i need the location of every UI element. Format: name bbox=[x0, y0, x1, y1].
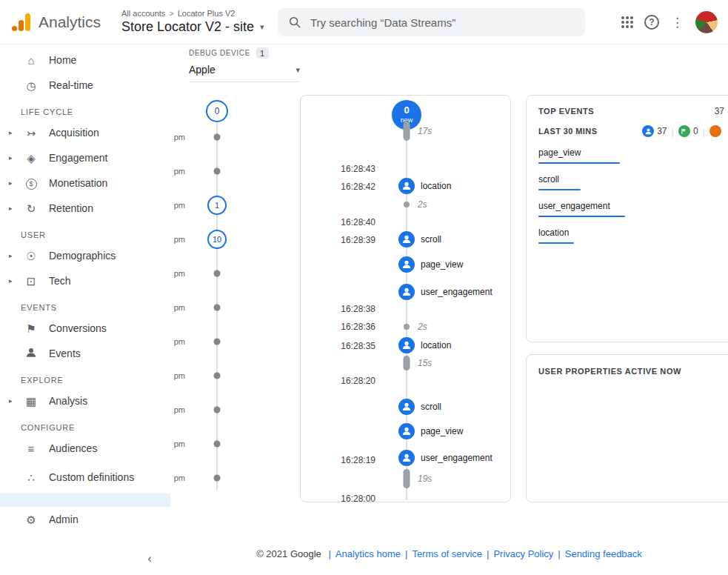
sidebar-item-analysis[interactable]: ▸▦Analysis bbox=[0, 388, 170, 413]
property-selector[interactable]: Store Locator V2 - site ▾ bbox=[121, 19, 264, 35]
counter-star-icon[interactable] bbox=[709, 125, 724, 137]
expand-icon[interactable]: ▸ bbox=[9, 277, 22, 285]
counter-separator: | bbox=[703, 126, 705, 137]
minute-dot bbox=[214, 373, 221, 379]
top-event-row-page-view[interactable]: page_view bbox=[538, 147, 724, 164]
timestamp: 16:28:42 bbox=[341, 182, 375, 192]
minute-dot bbox=[214, 270, 221, 277]
expand-icon[interactable]: ▸ bbox=[9, 154, 22, 162]
expand-icon[interactable]: ▸ bbox=[9, 179, 22, 187]
footer-link-sending-feedback[interactable]: Sending feedback bbox=[565, 548, 642, 559]
debug-event-icon[interactable] bbox=[398, 450, 415, 466]
footer-separator: | bbox=[558, 548, 560, 559]
stream-gap-marker bbox=[404, 469, 410, 488]
debug-event-icon[interactable] bbox=[398, 337, 415, 353]
product-name: Analytics bbox=[39, 13, 101, 31]
expand-icon[interactable]: ▸ bbox=[9, 397, 22, 405]
help-icon[interactable]: ? bbox=[644, 15, 659, 30]
debug-event-icon[interactable] bbox=[398, 284, 415, 300]
footer-separator: | bbox=[487, 548, 489, 559]
avatar[interactable] bbox=[695, 11, 718, 33]
sidebar-item-label: Monetisation bbox=[49, 177, 107, 189]
counter-flag-icon[interactable]: 0 bbox=[678, 125, 698, 137]
breadcrumb-current[interactable]: Locator Plus V2 bbox=[178, 9, 236, 18]
counter-user-icon[interactable]: 37 bbox=[642, 125, 667, 137]
minute-time-label: pm bbox=[170, 201, 185, 210]
badge-count: 0 bbox=[404, 105, 409, 116]
footer-link-analytics-home[interactable]: Analytics home bbox=[335, 548, 401, 559]
expand-icon[interactable]: ▸ bbox=[9, 252, 22, 259]
top-events-title: TOP EVENTS bbox=[538, 107, 594, 116]
debug-device-count-badge: 1 bbox=[256, 47, 269, 59]
sidebar-item-conversions[interactable]: ⚑Conversions bbox=[0, 316, 170, 341]
top-events-card: TOP EVENTS 37 LAST 30 MINS 37|0| page_vi… bbox=[526, 95, 728, 342]
expand-icon[interactable]: ▸ bbox=[9, 129, 22, 136]
top-event-bar bbox=[538, 242, 574, 244]
collapse-sidebar-button[interactable]: ‹ bbox=[139, 548, 160, 569]
footer-link-privacy-policy[interactable]: Privacy Policy bbox=[493, 548, 553, 559]
debug-event-icon[interactable] bbox=[398, 256, 415, 273]
debug-event-icon[interactable] bbox=[398, 423, 415, 439]
minute-time-label: pm bbox=[170, 337, 185, 346]
sidebar-item-tech[interactable]: ▸⊡Tech bbox=[0, 268, 170, 293]
sidebar-item-home[interactable]: ⌂Home bbox=[0, 47, 170, 73]
minutes-top-circle[interactable]: 0 bbox=[206, 100, 228, 122]
events-icon bbox=[22, 348, 40, 359]
analytics-logo[interactable]: Analytics bbox=[0, 13, 111, 31]
search-icon bbox=[288, 16, 301, 29]
event-name: scroll bbox=[421, 402, 441, 412]
sidebar-selected-highlight[interactable] bbox=[0, 493, 170, 507]
home-icon: ⌂ bbox=[22, 55, 40, 66]
sidebar-item-events[interactable]: Events bbox=[0, 341, 170, 366]
top-event-row-scroll[interactable]: scroll bbox=[538, 174, 724, 190]
sidebar-item-acquisition[interactable]: ▸↣Acquisition bbox=[0, 120, 170, 145]
sidebar-item-label: Retention bbox=[49, 202, 93, 214]
event-name: page_view bbox=[421, 259, 463, 270]
sidebar-item-audiences[interactable]: ≡Audiences bbox=[0, 436, 170, 461]
minute-event-circle[interactable]: 1 bbox=[207, 196, 227, 215]
sidebar-item-demographics[interactable]: ▸☉Demographics bbox=[0, 243, 170, 268]
debug-event-icon[interactable] bbox=[398, 178, 415, 194]
debug-event-icon[interactable] bbox=[398, 231, 415, 247]
sidebar-item-custom-definitions[interactable]: ∴Custom definitions bbox=[0, 461, 170, 493]
top-events-subtitle: LAST 30 MINS bbox=[538, 127, 597, 136]
minute-dot bbox=[214, 441, 221, 448]
sidebar-item-admin[interactable]: ⚙Admin bbox=[0, 507, 170, 532]
expand-icon[interactable]: ▸ bbox=[9, 205, 22, 212]
top-event-row-user-engagement[interactable]: user_engagement bbox=[538, 201, 724, 217]
minute-time-label: pm bbox=[170, 405, 185, 414]
minute-time-label: pm bbox=[170, 133, 185, 142]
breadcrumb-root[interactable]: All accounts bbox=[121, 9, 165, 18]
event-name: location bbox=[421, 181, 451, 191]
debug-event-icon[interactable] bbox=[398, 399, 415, 415]
chevron-down-icon: ▾ bbox=[260, 22, 264, 32]
sidebar-item-engagement[interactable]: ▸◈Engagement bbox=[0, 145, 170, 170]
sidebar-item-monetisation[interactable]: ▸$Monetisation bbox=[0, 170, 170, 196]
monetisation-icon: $ bbox=[22, 176, 40, 190]
timestamp: 16:28:38 bbox=[341, 304, 375, 314]
footer: © 2021 Google |Analytics home|Terms of s… bbox=[170, 548, 728, 559]
search-input[interactable] bbox=[310, 16, 575, 29]
stream-gap-marker bbox=[404, 202, 410, 207]
top-event-bar bbox=[538, 189, 581, 190]
engagement-icon: ◈ bbox=[22, 153, 40, 164]
sidebar-item-retention[interactable]: ▸↻Retention bbox=[0, 196, 170, 221]
apps-grid-icon[interactable] bbox=[621, 16, 634, 29]
footer-link-terms-of-service[interactable]: Terms of service bbox=[412, 548, 482, 559]
top-event-row-location[interactable]: location bbox=[538, 227, 724, 244]
minutes-stream: 0 pmpmpm1pm10pmpmpmpmpmpmpm bbox=[170, 95, 241, 499]
event-counters: 37|0| bbox=[642, 125, 724, 137]
sidebar-item-real-time[interactable]: ◷Real-time bbox=[0, 73, 170, 98]
duration-label: 15s bbox=[418, 358, 432, 368]
top-event-name: user_engagement bbox=[538, 201, 724, 211]
more-options-icon[interactable]: ⋮ bbox=[669, 15, 685, 30]
search-bar[interactable] bbox=[278, 8, 585, 36]
debug-device-select[interactable]: Apple ▾ bbox=[189, 64, 300, 82]
minute-event-circle[interactable]: 10 bbox=[207, 230, 227, 249]
header-actions: ? ⋮ bbox=[621, 0, 722, 44]
minute-dot bbox=[214, 168, 221, 175]
stream-gap-marker bbox=[404, 356, 410, 370]
counter-value: 0 bbox=[693, 126, 698, 136]
sidebar-item-label: Home bbox=[49, 54, 76, 66]
minute-time-label: pm bbox=[170, 473, 185, 482]
